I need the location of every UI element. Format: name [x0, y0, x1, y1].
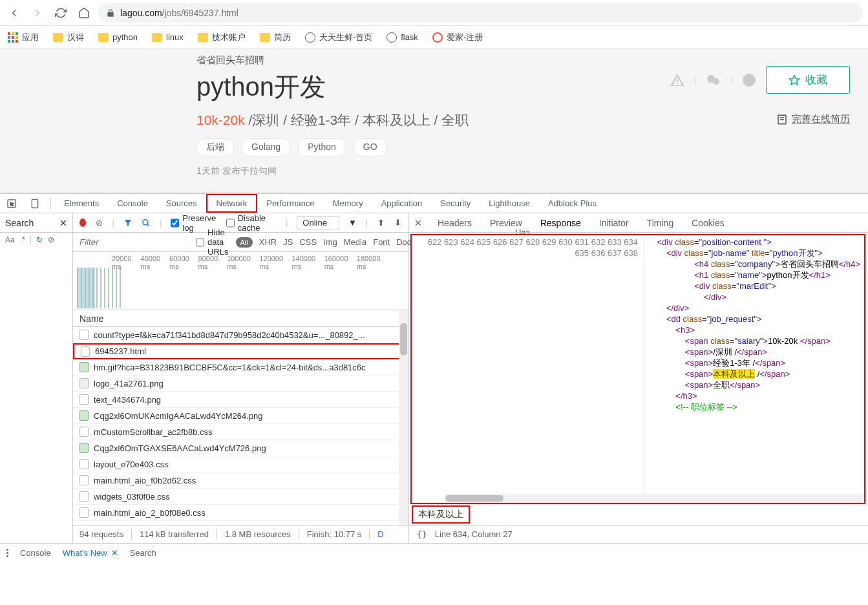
device-icon[interactable] — [23, 198, 47, 209]
clear-icon[interactable]: ⊘ — [48, 235, 54, 244]
tab-adblock[interactable]: Adblock Plus — [539, 194, 606, 213]
disable-cache-checkbox[interactable]: Disable cache — [226, 213, 277, 233]
address-bar[interactable]: lagou.com/jobs/6945237.html — [98, 3, 863, 23]
drawer-search[interactable]: Search — [130, 548, 156, 558]
file-icon — [79, 378, 89, 388]
link-icon[interactable] — [741, 72, 757, 88]
resume-link[interactable]: 完善在线简历 — [776, 113, 850, 125]
forward-button[interactable] — [28, 4, 47, 22]
request-row[interactable]: Cqg2xl6OmUKAcmIgAACaLwd4YcM264.png — [73, 408, 408, 424]
network-status-bar: 94 requests 114 kB transferred 1.8 MB re… — [73, 525, 408, 543]
filter-icon[interactable] — [123, 218, 132, 228]
drawer-whatsnew[interactable]: What's New ✕ — [63, 548, 118, 558]
dropdown-icon[interactable]: ▼ — [348, 218, 357, 228]
drawer-console[interactable]: Console — [20, 548, 51, 558]
scrollbar[interactable] — [399, 310, 408, 525]
devtools-tabs: Elements Console Sources Network Perform… — [0, 194, 868, 213]
find-input[interactable]: 本科及以上 — [412, 505, 470, 524]
bookmark-folder[interactable]: 汉得 — [53, 32, 84, 43]
request-row[interactable]: text_4434674.png — [73, 392, 408, 408]
filter-type[interactable]: XHR — [259, 237, 277, 247]
back-button[interactable] — [5, 4, 23, 22]
bookmark-folder[interactable]: 简历 — [260, 32, 291, 43]
globe-icon — [305, 32, 315, 43]
bookmark-link[interactable]: 天天生鲜-首页 — [305, 32, 372, 43]
tag[interactable]: GO — [354, 138, 387, 156]
filter-type[interactable]: JS — [283, 237, 293, 247]
upload-icon[interactable]: ⬆ — [377, 218, 385, 228]
request-row[interactable]: hm.gif?hca=B31823B91BCCBF5C&cc=1&ck=1&cl… — [73, 359, 408, 376]
throttling-select[interactable]: Online — [297, 216, 339, 229]
close-icon[interactable]: ✕ — [111, 548, 118, 558]
tab-cookies[interactable]: Cookies — [689, 218, 727, 228]
folder-icon — [53, 33, 63, 42]
tab-sources[interactable]: Sources — [157, 194, 206, 213]
tab-application[interactable]: Application — [372, 194, 432, 213]
record-button[interactable] — [79, 218, 86, 227]
tab-lighthouse[interactable]: Lighthouse — [480, 194, 539, 213]
request-row[interactable]: 6945237.html — [73, 343, 408, 359]
request-row[interactable]: Cqg2xl6OmTGAXSE6AACaLwd4YcM726.png — [73, 440, 408, 456]
tab-memory[interactable]: Memory — [324, 194, 372, 213]
tab-security[interactable]: Security — [431, 194, 480, 213]
filter-input[interactable] — [79, 237, 189, 247]
menu-icon[interactable] — [6, 549, 8, 557]
tab-headers[interactable]: Headers — [435, 218, 474, 228]
close-icon[interactable]: ✕ — [59, 218, 67, 228]
network-timeline[interactable]: 20000 ms40000 ms60000 ms80000 ms100000 m… — [73, 252, 408, 310]
tab-initiator[interactable]: Initiator — [597, 218, 631, 228]
refresh-icon[interactable]: ↻ — [30, 235, 43, 244]
download-icon[interactable]: ⬇ — [394, 218, 402, 228]
tab-response[interactable]: Response — [538, 218, 584, 228]
request-row[interactable]: count?type=f&k=ca71f341bd8d847d79b958d2c… — [73, 327, 408, 343]
warning-icon[interactable] — [670, 72, 685, 88]
filter-type[interactable]: CSS — [299, 237, 317, 247]
tag[interactable]: Python — [298, 138, 346, 156]
tab-preview[interactable]: Preview — [487, 218, 525, 228]
match-case[interactable]: Aa — [5, 235, 15, 244]
bookmark-link[interactable]: 爱家-注册 — [432, 32, 483, 43]
bookmark-folder[interactable]: 技术账户 — [198, 32, 246, 43]
tab-console[interactable]: Console — [108, 194, 157, 213]
bookmark-folder[interactable]: python — [98, 32, 138, 42]
network-filter-bar: Hide data URLs All XHR JS CSS Img Media … — [73, 233, 408, 252]
scrollbar-horizontal[interactable] — [445, 494, 864, 503]
folder-icon — [260, 33, 270, 42]
globe-icon — [386, 32, 397, 43]
tab-performance[interactable]: Performance — [257, 194, 323, 213]
bookmark-link[interactable]: flask — [386, 32, 418, 43]
search-title: Search — [5, 218, 34, 228]
request-row[interactable]: layout_e70e403.css — [73, 456, 408, 472]
devtools: Elements Console Sources Network Perform… — [0, 193, 868, 562]
filter-type[interactable]: Font — [373, 237, 390, 247]
inspect-icon[interactable] — [0, 198, 23, 209]
tag[interactable]: 后端 — [196, 138, 234, 156]
filter-type[interactable]: Img — [323, 237, 337, 247]
request-row[interactable]: main.html_aio_f0b2d62.css — [73, 472, 408, 489]
tab-timing[interactable]: Timing — [644, 218, 677, 228]
close-icon[interactable]: ✕ — [414, 218, 422, 228]
clear-button[interactable]: ⊘ — [95, 218, 103, 228]
column-header[interactable]: Name — [73, 310, 408, 327]
job-tags: 后端 Golang Python GO — [196, 138, 868, 156]
reload-button[interactable] — [52, 4, 70, 22]
request-row[interactable]: main.html_aio_2_b0f08e0.css — [73, 505, 408, 521]
file-icon — [79, 491, 89, 502]
response-status: {} Line 634, Column 27 — [409, 525, 868, 543]
tag[interactable]: Golang — [242, 138, 290, 156]
home-button[interactable] — [75, 4, 93, 22]
request-row[interactable]: mCustomScrollbar_ac2fb8b.css — [73, 424, 408, 440]
request-row[interactable]: logo_41a2761.png — [73, 376, 408, 392]
filter-all[interactable]: All — [236, 237, 253, 248]
filter-type[interactable]: Media — [344, 237, 366, 247]
request-row[interactable]: widgets_03f0f0e.css — [73, 489, 408, 505]
bookmark-folder[interactable]: linux — [152, 32, 184, 42]
tab-elements[interactable]: Elements — [55, 194, 108, 213]
tab-network[interactable]: Network — [206, 194, 258, 213]
regex-toggle[interactable]: .* — [20, 235, 25, 244]
response-code[interactable]: 622 623 624 625 626 627 628 629 630 631 … — [410, 234, 865, 504]
wechat-icon[interactable] — [706, 72, 721, 88]
favorite-button[interactable]: 收藏 — [766, 66, 850, 94]
search-icon[interactable] — [142, 218, 151, 228]
apps-button[interactable]: 应用 — [8, 32, 39, 43]
